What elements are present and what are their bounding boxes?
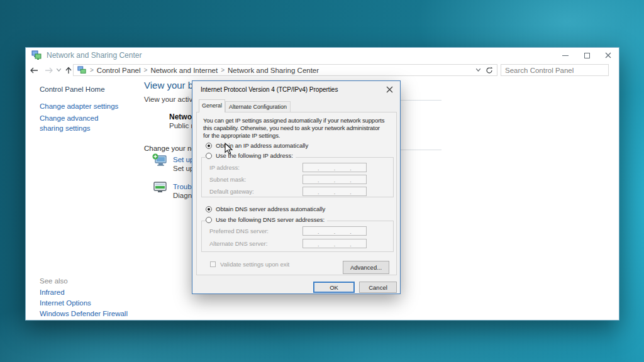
breadcrumb-separator: > [221, 67, 225, 74]
sidebar-item-control-panel-home[interactable]: Control Panel Home [40, 85, 105, 93]
tab-alternate-configuration[interactable]: Alternate Configuration [225, 101, 291, 112]
up-arrow-icon [65, 67, 72, 74]
minimize-button[interactable] [555, 48, 576, 63]
validate-settings-checkbox: Validate settings upon exit [210, 261, 289, 268]
octet-separator: . [318, 166, 319, 172]
advanced-button[interactable]: Advanced... [343, 261, 389, 274]
radio-obtain-ip-automatically[interactable]: Obtain an IP address automatically [206, 141, 311, 150]
validate-settings-label: Validate settings upon exit [220, 261, 289, 268]
search-box [501, 64, 609, 76]
subnet-mask-input: ... [303, 175, 367, 184]
octet-separator: . [318, 242, 319, 248]
octet-separator: . [334, 242, 336, 248]
radio-selected-icon [206, 206, 212, 212]
octet-separator: . [350, 166, 352, 172]
octet-separator: . [318, 178, 319, 184]
setup-connection-icon [152, 153, 168, 168]
octet-separator: . [334, 229, 336, 235]
minimize-icon [562, 55, 569, 56]
see-also-header: See also [40, 277, 68, 285]
network-icon-small [77, 66, 86, 75]
breadcrumb-network-sharing-center[interactable]: Network and Sharing Center [228, 67, 319, 74]
address-dropdown-icon[interactable] [476, 69, 480, 72]
preferred-dns-input: ... [303, 226, 367, 236]
radio-unselected-icon [206, 217, 212, 223]
octet-separator: . [334, 178, 336, 184]
alternate-dns-label: Alternate DNS server: [209, 240, 267, 247]
sidebar-item-change-advanced-sharing[interactable]: Change advanced sharing settings [40, 114, 118, 133]
radio-use-following-dns[interactable]: Use the following DNS server addresses: [206, 216, 327, 224]
radio-label: Use the following DNS server addresses: [216, 216, 325, 223]
ip-address-label: IP address: [209, 164, 240, 171]
close-button[interactable] [597, 48, 619, 63]
octet-separator: . [350, 190, 352, 195]
dialog-close-button[interactable] [386, 85, 394, 94]
troubleshoot-icon [152, 180, 168, 195]
close-icon [386, 86, 393, 93]
chevron-down-icon [57, 69, 61, 72]
sidebar-item-change-adapter-settings[interactable]: Change adapter settings [40, 102, 118, 110]
breadcrumb-separator: > [144, 67, 148, 74]
checkbox-unchecked-icon [210, 261, 216, 267]
dialog-intro-text: You can get IP settings assigned automat… [203, 117, 395, 140]
breadcrumb-separator: > [90, 67, 94, 74]
window-titlebar: Network and Sharing Center [26, 48, 619, 63]
history-dropdown-button[interactable] [55, 64, 62, 76]
octet-separator: . [350, 242, 352, 248]
cancel-button[interactable]: Cancel [359, 282, 397, 293]
radio-use-following-ip[interactable]: Use the following IP address: [206, 151, 296, 160]
sidebar-item-infrared[interactable]: Infrared [40, 288, 65, 296]
window-title: Network and Sharing Center [47, 51, 142, 60]
ok-button[interactable]: OK [313, 282, 355, 293]
alternate-dns-input: ... [303, 239, 367, 248]
breadcrumb-network-and-internet[interactable]: Network and Internet [150, 67, 218, 74]
default-gateway-input: ... [303, 187, 367, 196]
ipv4-properties-dialog: Internet Protocol Version 4 (TCP/IPv4) P… [192, 80, 401, 294]
radio-label: Obtain DNS server address automatically [216, 206, 325, 212]
general-tab-page: You can get IP settings assigned automat… [196, 112, 397, 275]
dns-server-groupbox: Preferred DNS server: ... Alternate DNS … [201, 221, 394, 252]
maximize-icon [584, 53, 590, 58]
forward-arrow-icon [45, 67, 53, 74]
back-button[interactable] [28, 64, 40, 76]
address-bar[interactable]: > Control Panel > Network and Internet >… [73, 64, 497, 76]
ip-address-groupbox: IP address: ... Subnet mask: ... Default… [201, 157, 394, 197]
octet-separator: . [318, 229, 319, 235]
default-gateway-label: Default gateway: [209, 188, 254, 195]
sidebar-item-windows-defender-firewall[interactable]: Windows Defender Firewall [40, 310, 128, 317]
search-input[interactable] [501, 67, 606, 74]
octet-separator: . [334, 190, 336, 195]
refresh-icon[interactable] [486, 67, 493, 74]
radio-obtain-dns-automatically[interactable]: Obtain DNS server address automatically [206, 205, 328, 213]
octet-separator: . [318, 190, 319, 195]
ip-address-input: ... [303, 163, 367, 172]
sidebar-item-internet-options[interactable]: Internet Options [40, 299, 91, 307]
navigation-toolbar: > Control Panel > Network and Internet >… [26, 63, 619, 77]
network-icon [31, 50, 42, 60]
octet-separator: . [350, 229, 352, 235]
radio-selected-icon [206, 143, 212, 149]
dialog-title: Internet Protocol Version 4 (TCP/IPv4) P… [201, 86, 338, 93]
octet-separator: . [334, 166, 336, 172]
mouse-cursor [225, 143, 233, 155]
tab-general[interactable]: General [199, 99, 225, 112]
preferred-dns-label: Preferred DNS server: [209, 228, 269, 234]
maximize-button[interactable] [576, 48, 597, 63]
breadcrumb-control-panel[interactable]: Control Panel [97, 67, 141, 74]
radio-unselected-icon [206, 153, 212, 159]
dialog-titlebar: Internet Protocol Version 4 (TCP/IPv4) P… [192, 81, 400, 97]
back-arrow-icon [30, 67, 38, 74]
forward-button[interactable] [43, 64, 55, 76]
close-icon [605, 52, 611, 58]
subnet-mask-label: Subnet mask: [209, 176, 246, 183]
octet-separator: . [350, 178, 352, 184]
